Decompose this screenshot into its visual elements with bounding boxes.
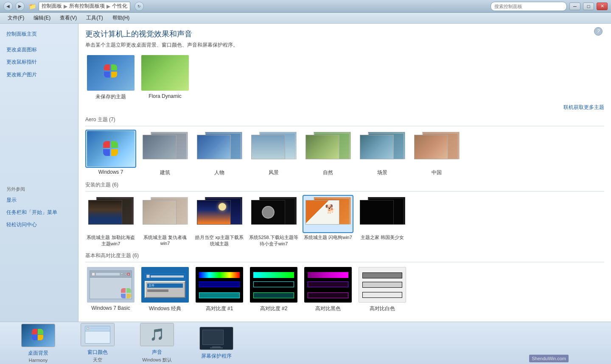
sys5258-thumb-wrap	[248, 195, 299, 233]
desktop-bg-thumb	[21, 324, 55, 347]
toolbar-desktop-bg[interactable]: 桌面背景 Harmony	[8, 320, 68, 364]
scene-label: 场景	[377, 169, 387, 176]
maximize-button[interactable]: □	[583, 3, 594, 10]
desktop-bg-label: 桌面背景	[28, 350, 48, 357]
nature-thumb	[304, 131, 352, 167]
theme-item-scene[interactable]: 场景	[357, 130, 408, 176]
landscape-thumb-wrap	[248, 130, 299, 168]
theme-item-nature[interactable]: 自然	[303, 130, 353, 176]
theme-item-contrastblack[interactable]: 高对比黑色	[303, 266, 353, 312]
toolbar-screensaver[interactable]: 屏幕保护程序	[187, 323, 246, 363]
sidebar-also-label: 另外参阅	[0, 183, 78, 194]
theme-item-landscape[interactable]: 风景	[248, 130, 299, 176]
landscape-label: 风景	[269, 169, 279, 176]
contrastwhite-thumb	[359, 267, 406, 303]
toolbar-sound[interactable]: 🎵 声音 Windows 默认	[127, 320, 187, 364]
get-more-themes-link[interactable]: 联机获取更多主题	[563, 104, 604, 111]
window-color-label: 窗口颜色	[87, 349, 108, 356]
theme-item-sys5258[interactable]: 系统5258.下载站主题等待小盒子win7	[248, 195, 299, 247]
theme-item-people[interactable]: 人物	[194, 130, 245, 176]
sidebar-item-desktop-icons[interactable]: 更改桌面图标	[0, 44, 78, 56]
basic-separator	[85, 262, 604, 262]
people-thumb-wrap	[194, 130, 245, 168]
classic-thumb: 文件	[141, 267, 189, 303]
theme-scroll-area[interactable]: 未保存的主题 Flora Dynamic 联机获取更多主题 Aero 主题 (7	[78, 52, 611, 322]
archi-thumb-wrap	[140, 130, 191, 168]
menu-view[interactable]: 查看(V)	[56, 13, 81, 23]
archi-label: 建筑	[160, 169, 170, 176]
flora-thumb-wrap	[140, 54, 191, 92]
sidebar-item-taskbar[interactable]: 任务栏和「开始」菜单	[0, 206, 78, 219]
theme-item-flora[interactable]: Flora Dynamic	[140, 54, 191, 100]
scene-thumb	[359, 131, 406, 167]
theme-item-pirates[interactable]: 系统城主题 加勒比海盗主题win7	[85, 195, 136, 247]
china-label: 中国	[432, 169, 442, 176]
aero-theme-grid: Windows 7 建筑	[85, 130, 604, 176]
theme-item-win7basic[interactable]: ─ □ x	[85, 266, 136, 312]
contrastwhite-thumb-wrap	[357, 266, 408, 304]
breadcrumb-item-3[interactable]: 个性化	[112, 3, 127, 10]
contrast1-thumb-wrap	[194, 266, 245, 304]
screensaver-thumb	[199, 327, 233, 350]
sys5258-thumb	[250, 196, 297, 232]
win7-thumb	[87, 131, 135, 167]
toolbar-window-color[interactable]: 窗口颜色 天空	[68, 320, 127, 364]
search-input[interactable]	[490, 2, 567, 11]
nature-label: 自然	[323, 169, 333, 176]
sidebar-item-account-picture[interactable]: 更改账户图片	[0, 69, 78, 81]
bottom-toolbar: 桌面背景 Harmony 窗口颜色 天空 🎵 声音 Windows 默认	[0, 322, 611, 364]
back-button[interactable]: ◀	[3, 2, 13, 11]
minimize-button[interactable]: ─	[569, 3, 580, 10]
menu-file[interactable]: 文件(F)	[3, 13, 28, 23]
win7basic-thumb-wrap: ─ □ x	[85, 266, 136, 304]
theme-item-contrast2[interactable]: 高对比度 #2	[248, 266, 299, 312]
win7basic-label: Windows 7 Basic	[91, 305, 130, 311]
contrast1-label: 高对比度 #1	[206, 305, 233, 312]
classic-label: Windows 经典	[149, 305, 181, 312]
revenge-label: 系统城主题 复仇者魂win7	[140, 234, 191, 246]
menu-tools[interactable]: 工具(T)	[82, 13, 107, 23]
sidebar-item-display[interactable]: 显示	[0, 194, 78, 206]
forward-button[interactable]: ▶	[15, 2, 25, 11]
unsaved-label: 未保存的主题	[95, 93, 126, 100]
help-button[interactable]: ?	[594, 27, 603, 36]
sound-sublabel: Windows 默认	[142, 357, 172, 363]
menu-help[interactable]: 帮助(H)	[108, 13, 134, 23]
content-wrapper: 控制面板主页 更改桌面图标 更改鼠标指针 更改账户图片 另外参阅 显示 任务栏和…	[0, 24, 611, 322]
theme-item-classic[interactable]: 文件 Windows 经典	[140, 266, 191, 312]
installed-section-label: 安装的主题 (6)	[85, 181, 604, 189]
theme-item-china[interactable]: 中国	[411, 130, 462, 176]
theme-item-revenge[interactable]: 系统城主题 复仇者魂win7	[140, 195, 191, 247]
theme-item-archi[interactable]: 建筑	[140, 130, 191, 176]
sidebar-item-home[interactable]: 控制面板主页	[0, 28, 78, 40]
theme-item-win7[interactable]: Windows 7	[85, 130, 136, 176]
contrast2-thumb-wrap	[248, 266, 299, 304]
menu-edit[interactable]: 编辑(E)	[29, 13, 55, 23]
moon-label: 皓月当空 xp主题下载系统城主题	[194, 234, 245, 247]
close-button[interactable]: ✕	[597, 3, 608, 10]
sidebar-item-mouse-pointer[interactable]: 更改鼠标指针	[0, 56, 78, 68]
moon-thumb	[196, 196, 243, 232]
people-label: 人物	[214, 169, 224, 176]
unsaved-thumb-wrap	[85, 54, 136, 92]
sys5258-label: 系统5258.下载站主题等待小盒子win7	[248, 234, 299, 247]
contrastblack-thumb	[304, 267, 352, 303]
installed-separator	[85, 191, 604, 192]
sidebar-item-accessibility[interactable]: 轻松访问中心	[0, 219, 78, 231]
classic-thumb-wrap: 文件	[140, 266, 191, 304]
page-title: 更改计算机上的视觉效果和声音	[85, 29, 604, 39]
breadcrumb: 控制面板 ▶ 所有控制面板项 ▶ 个性化	[39, 2, 130, 11]
theme-item-korea[interactable]: 主题之家 韩国美少女	[357, 195, 408, 247]
installed-theme-grid: 系统城主题 加勒比海盗主题win7 系统城主题 复仇者魂win7	[85, 195, 604, 247]
breadcrumb-item-1[interactable]: 控制面板	[42, 3, 62, 10]
sound-label: 声音	[152, 349, 162, 356]
theme-item-unsaved[interactable]: 未保存的主题	[85, 54, 136, 100]
refresh-button[interactable]: ↻	[135, 2, 144, 11]
theme-item-contrast1[interactable]: 高对比度 #1	[194, 266, 245, 312]
top-themes-row: 未保存的主题 Flora Dynamic	[85, 52, 604, 102]
theme-item-dog[interactable]: 🐕 系统城主题 闪电狗win7	[303, 195, 353, 247]
breadcrumb-item-2[interactable]: 所有控制面板项	[69, 3, 105, 10]
theme-item-moon[interactable]: 皓月当空 xp主题下载系统城主题	[194, 195, 245, 247]
content-header: 更改计算机上的视觉效果和声音 单击某个主题立即更改桌面背景、窗口颜色、声音和屏幕…	[78, 24, 611, 52]
theme-item-contrastwhite[interactable]: 高对比白色	[357, 266, 408, 312]
